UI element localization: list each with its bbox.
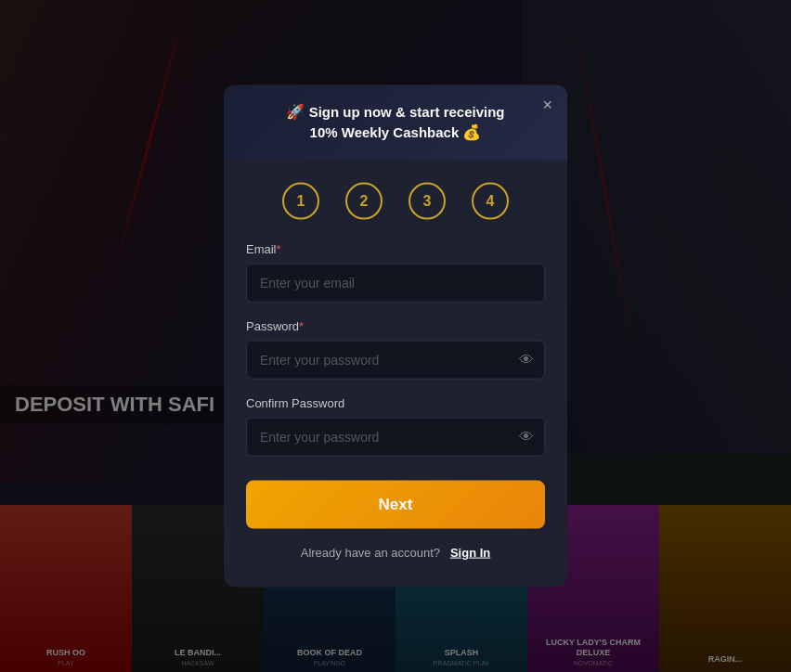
confirm-password-toggle-icon[interactable]: 👁 [519, 428, 534, 445]
email-required: * [277, 241, 281, 255]
modal-banner-text: 🚀 Sign up now & start receiving 10% Week… [246, 102, 545, 144]
close-button[interactable]: × [542, 97, 552, 113]
signin-row: Already have an account? Sign In [246, 545, 545, 559]
signup-modal: × 🚀 Sign up now & start receiving 10% We… [224, 85, 567, 588]
confirm-password-input-wrap: 👁 [246, 417, 545, 456]
confirm-password-input[interactable] [246, 417, 545, 456]
password-input-wrap: 👁 [246, 340, 545, 379]
modal-banner: 🚀 Sign up now & start receiving 10% Week… [224, 85, 567, 161]
email-label: Email* [246, 241, 545, 255]
password-required: * [299, 318, 304, 332]
step-indicators: 1 2 3 4 [224, 182, 567, 219]
step-1: 1 [282, 182, 319, 219]
password-input[interactable] [246, 340, 545, 379]
email-input-wrap [246, 263, 545, 302]
next-button[interactable]: Next [246, 480, 545, 528]
password-label: Password* [246, 318, 545, 332]
password-toggle-icon[interactable]: 👁 [519, 351, 534, 368]
rocket-icon: 🚀 [286, 104, 305, 120]
signin-link[interactable]: Sign In [450, 545, 490, 559]
email-input[interactable] [246, 263, 545, 302]
step-4: 4 [472, 182, 509, 219]
cashback-icon: 💰 [462, 124, 481, 140]
step-2: 2 [345, 182, 383, 219]
step-3: 3 [408, 182, 446, 219]
signup-form: Email* Password* 👁 Confirm Password 👁 Ne… [224, 241, 567, 559]
confirm-password-label: Confirm Password [246, 395, 545, 409]
